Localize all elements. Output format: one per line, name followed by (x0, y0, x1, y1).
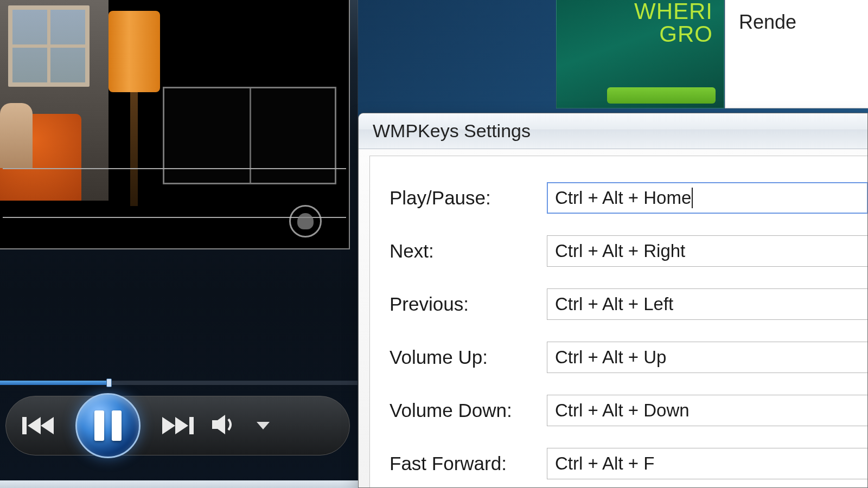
promo-panel: WHERI GRO (556, 0, 724, 108)
hotkey-label: Volume Down: (390, 400, 547, 421)
text-caret (692, 188, 693, 208)
pause-icon (94, 410, 122, 441)
hotkey-row: Volume Up:Ctrl + Alt + Up (390, 331, 867, 384)
hotkey-row: Previous:Ctrl + Alt + Left (390, 278, 867, 331)
hotkey-label: Play/Pause: (390, 187, 547, 209)
hotkey-row: Play/Pause:Ctrl + Alt + Home (390, 171, 867, 224)
hotkey-row: Next:Ctrl + Alt + Right (390, 224, 867, 278)
background-window-fragment: Rende (725, 0, 868, 108)
video-viewport[interactable] (0, 0, 350, 249)
background-window-text: Rende (739, 11, 868, 34)
hotkey-row: Fast Forward:Ctrl + Alt + F (390, 437, 867, 488)
hotkey-input[interactable]: Ctrl + Alt + F (547, 448, 867, 479)
svg-rect-0 (22, 417, 27, 434)
hotkey-label: Volume Up: (390, 346, 547, 368)
svg-marker-2 (41, 417, 54, 434)
promo-text-1: WHERI (557, 0, 713, 23)
player-window-border (0, 480, 358, 488)
play-pause-button[interactable] (75, 393, 141, 458)
previous-button[interactable] (22, 415, 55, 436)
hotkey-label: Fast Forward: (390, 453, 547, 474)
seek-bar[interactable] (0, 381, 358, 385)
speaker-icon (212, 414, 236, 438)
hotkey-input[interactable]: Ctrl + Alt + Down (547, 395, 867, 426)
mute-button[interactable] (212, 414, 236, 438)
hotkey-input[interactable]: Ctrl + Alt + Left (547, 288, 867, 320)
promo-button[interactable] (607, 87, 716, 104)
hotkey-row: Volume Down:Ctrl + Alt + Down (390, 384, 867, 437)
hotkey-label: Next: (390, 240, 547, 262)
dialog-titlebar[interactable]: WMPKeys Settings (359, 113, 867, 149)
hotkey-label: Previous: (390, 293, 547, 315)
promo-text-2: GRO (557, 23, 713, 46)
dialog-title: WMPKeys Settings (373, 120, 531, 142)
seek-progress (0, 381, 108, 385)
player-controls (5, 396, 350, 455)
studio-logo-icon (273, 202, 338, 240)
hotkey-input[interactable]: Ctrl + Alt + Home (547, 182, 867, 214)
dialog-body: Play/Pause:Ctrl + Alt + HomeNext:Ctrl + … (369, 156, 867, 487)
svg-marker-4 (175, 417, 188, 434)
next-button[interactable] (161, 415, 194, 436)
hotkey-input[interactable]: Ctrl + Alt + Right (547, 235, 867, 267)
media-player-window (0, 0, 358, 488)
svg-marker-6 (212, 415, 225, 434)
chevron-down-icon (257, 422, 270, 429)
volume-menu-button[interactable] (254, 422, 270, 429)
wmpkeys-settings-dialog: WMPKeys Settings Play/Pause:Ctrl + Alt +… (358, 113, 868, 488)
svg-marker-3 (162, 417, 175, 434)
seek-thumb[interactable] (106, 378, 112, 387)
svg-marker-1 (28, 417, 41, 434)
svg-rect-5 (189, 417, 194, 434)
hotkey-input[interactable]: Ctrl + Alt + Up (547, 342, 867, 373)
